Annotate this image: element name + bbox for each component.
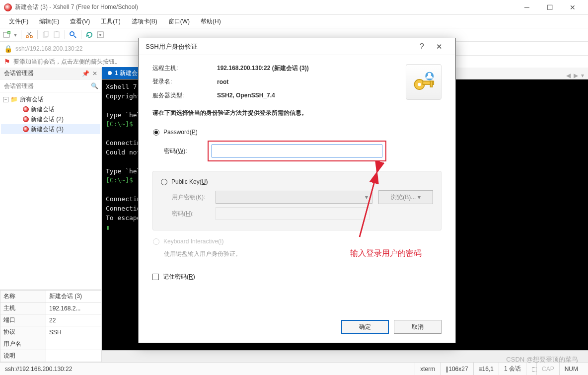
tree-item[interactable]: 新建会话 — [31, 105, 55, 114]
session-icon — [23, 116, 29, 122]
svg-point-3 — [30, 36, 32, 38]
password-input[interactable] — [212, 145, 382, 157]
passphrase-label: 密码(H): — [161, 210, 216, 218]
terminal-input-bar[interactable] — [102, 350, 588, 362]
login-value: root — [217, 78, 397, 85]
radio-public-key[interactable]: Public Key(U) — [161, 178, 433, 185]
dialog-title: SSH用户身份验证 — [146, 42, 198, 51]
checkbox-indicator — [152, 274, 159, 280]
prop-row: 主机192.168.2... — [0, 302, 101, 314]
session-manager-panel: 会话管理器 📌 ✕ 🔍 − 📁 所有会话 新建会话 新建会话 (2) — [0, 68, 102, 362]
server-type-value: SSH2, OpenSSH_7.4 — [217, 92, 397, 99]
server-type-label: 服务器类型: — [152, 91, 217, 100]
radio-password-label: Password(P) — [163, 129, 198, 136]
menu-view[interactable]: 查看(V) — [65, 16, 95, 27]
flag-icon: ⚑ — [4, 58, 10, 66]
svg-rect-14 — [431, 81, 433, 87]
prop-row: 用户名 — [0, 338, 101, 350]
radio-kbi[interactable]: Keyboard Interactive(I) — [153, 238, 441, 245]
cancel-button[interactable]: 取消 — [394, 320, 441, 334]
new-session-icon[interactable] — [3, 31, 11, 39]
minimize-button[interactable]: ─ — [515, 0, 538, 15]
status-term: xterm — [415, 363, 440, 375]
svg-rect-7 — [56, 31, 58, 32]
status-caps: CAP — [536, 363, 559, 375]
cut-icon[interactable] — [25, 31, 33, 39]
toolbar-dropdown-icon[interactable]: ▾ — [14, 31, 17, 38]
auth-prompt: 请在下面选择恰当的身份验证方法并提供登录所需的信息。 — [152, 109, 441, 117]
folder-icon: 📁 — [10, 96, 18, 103]
dialog-help-button[interactable]: ? — [414, 42, 430, 51]
menu-edit[interactable]: 编辑(E) — [34, 16, 64, 27]
status-net-icon: ⬚ — [526, 363, 536, 375]
tree-item-selected[interactable]: 新建会话 (3) — [31, 125, 64, 134]
radio-pubkey-indicator — [161, 179, 167, 185]
prop-row: 名称新建会话 (3) — [0, 291, 101, 302]
session-tree[interactable]: − 📁 所有会话 新建会话 新建会话 (2) 新建会话 (3) — [0, 92, 101, 290]
filter-search-icon[interactable]: 🔍 — [91, 82, 98, 89]
kbi-note: 使用键盘输入用户身份验证。 — [153, 250, 441, 258]
hint-text: 要添加当前会话，点击左侧的箭头按钮。 — [13, 58, 121, 66]
panel-close-icon[interactable]: ✕ — [92, 70, 97, 77]
close-button[interactable]: ✕ — [561, 0, 584, 15]
session-icon — [23, 126, 29, 132]
svg-point-8 — [70, 32, 74, 36]
passphrase-input — [216, 207, 369, 220]
svg-point-12 — [418, 83, 421, 86]
tab-prev-icon[interactable]: ◀ — [566, 72, 571, 79]
svg-point-10 — [99, 34, 101, 36]
status-sessions: 1 会话 — [499, 363, 526, 375]
ssh-auth-dialog: SSH用户身份验证 ? ✕ 远程主机: 192.168.200.130:22 (… — [138, 38, 456, 343]
menu-help[interactable]: 帮助(H) — [196, 16, 226, 27]
radio-password-indicator — [153, 129, 159, 136]
status-pos: ≡ 16,1 — [473, 363, 499, 375]
tab-next-icon[interactable]: ▶ — [574, 72, 578, 79]
status-bar: ssh://192.168.200.130:22 xterm ‖ 106x27 … — [0, 362, 588, 375]
radio-pubkey-label: Public Key(U) — [171, 178, 208, 185]
menu-tools[interactable]: 工具(T) — [96, 16, 125, 27]
svg-rect-6 — [54, 32, 59, 38]
menu-tab[interactable]: 选项卡(B) — [127, 16, 162, 27]
svg-rect-5 — [44, 31, 48, 36]
prop-row: 端口22 — [0, 314, 101, 326]
status-size: ‖ 106x27 — [440, 363, 473, 375]
refresh-icon[interactable] — [85, 31, 93, 39]
tree-collapse-icon[interactable]: − — [3, 97, 8, 102]
tab-menu-icon[interactable]: ▾ — [581, 72, 584, 79]
remote-host-label: 远程主机: — [152, 64, 217, 73]
dialog-close-button[interactable]: ✕ — [430, 42, 448, 51]
search-icon[interactable] — [69, 31, 77, 39]
window-title: 新建会话 (3) - Xshell 7 (Free for Home/Schoo… — [15, 3, 138, 11]
paste-icon[interactable] — [53, 31, 61, 39]
address-text[interactable]: ssh://192.168.200.130:22 — [15, 45, 82, 52]
radio-kbi-indicator — [153, 238, 159, 245]
tab-status-icon — [108, 71, 112, 75]
password-label: 密码(W): — [153, 147, 208, 155]
maximize-button[interactable]: ☐ — [538, 0, 561, 15]
remember-password-checkbox[interactable]: 记住密码(R) — [152, 273, 441, 281]
pin-icon[interactable]: 📌 — [82, 70, 89, 77]
tree-root-label[interactable]: 所有会话 — [20, 95, 44, 104]
session-filter-input[interactable] — [3, 82, 91, 90]
login-label: 登录名: — [152, 77, 217, 86]
menu-window[interactable]: 窗口(W) — [163, 16, 195, 27]
radio-password[interactable]: Password(P) — [153, 129, 441, 136]
status-address: ssh://192.168.200.130:22 — [5, 366, 72, 373]
remember-password-label: 记住密码(R) — [163, 273, 195, 281]
settings-icon[interactable] — [96, 31, 104, 39]
window-titlebar: 新建会话 (3) - Xshell 7 (Free for Home/Schoo… — [0, 0, 588, 15]
copy-icon[interactable] — [42, 31, 50, 39]
menu-file[interactable]: 文件(F) — [4, 16, 33, 27]
auth-key-icon — [406, 64, 441, 100]
status-num: NUM — [559, 363, 583, 375]
session-properties: 名称新建会话 (3) 主机192.168.2... 端口22 协议SSH 用户名… — [0, 290, 101, 362]
svg-point-2 — [26, 36, 28, 38]
lock-icon: 🔒 — [4, 45, 12, 53]
password-highlight-box — [208, 141, 386, 161]
session-icon — [23, 106, 29, 112]
tree-item[interactable]: 新建会话 (2) — [31, 115, 64, 124]
remote-host-value: 192.168.200.130:22 (新建会话 (3)) — [217, 64, 397, 73]
ok-button[interactable]: 确定 — [341, 320, 389, 334]
prop-row: 协议SSH — [0, 326, 101, 338]
userkey-label: 用户密钥(K): — [161, 193, 216, 202]
